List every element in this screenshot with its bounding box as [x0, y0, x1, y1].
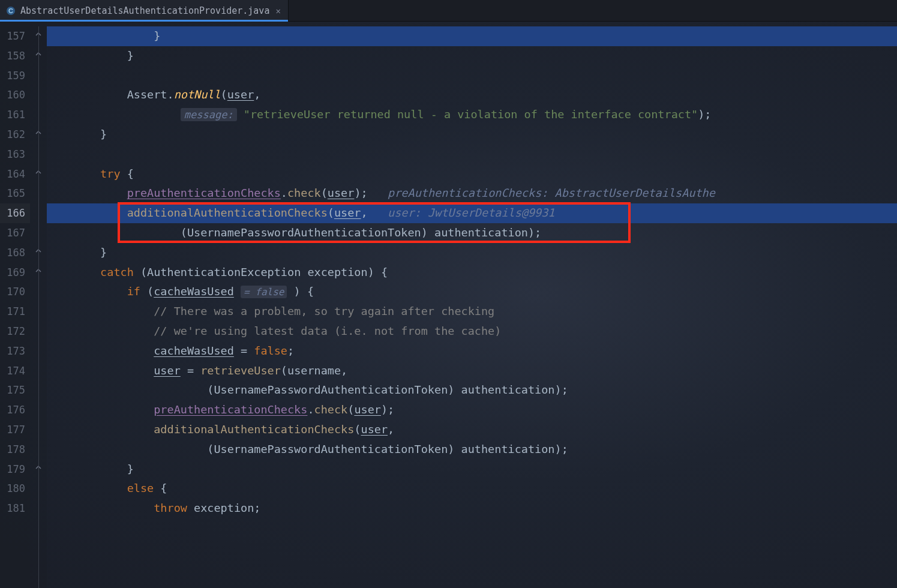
code-line[interactable]: if (cacheWasUsed = false ) { [47, 282, 897, 302]
execution-line[interactable]: additionalAuthenticationChecks(user, use… [47, 203, 897, 223]
code-line[interactable]: preAuthenticationChecks.check(user); pre… [47, 184, 897, 203]
line-number[interactable]: 169 [0, 263, 30, 283]
code-line[interactable]: try { [47, 164, 897, 184]
line-number[interactable]: 175 [0, 380, 30, 400]
editor-area[interactable]: 1571581591601611621631641651661671681691… [0, 22, 897, 588]
line-number[interactable]: 181 [0, 499, 30, 518]
editor-window: C AbstractUserDetailsAuthenticationProvi… [0, 0, 897, 588]
code-line[interactable]: message: "retrieveUser returned null - a… [47, 105, 897, 125]
line-number[interactable]: 180 [0, 479, 30, 499]
code-area[interactable]: } } Assert.notNull(user, message: "retri… [47, 22, 897, 588]
line-number[interactable]: 170 [0, 282, 30, 302]
line-number[interactable]: 158 [0, 46, 30, 66]
code-line[interactable]: } [47, 460, 897, 479]
line-number[interactable]: 168 [0, 243, 30, 263]
code-line[interactable]: cacheWasUsed = false; [47, 341, 897, 361]
code-line[interactable]: } [47, 243, 897, 263]
code-line[interactable]: } [47, 46, 897, 66]
tab-bar: C AbstractUserDetailsAuthenticationProvi… [0, 0, 897, 22]
code-line[interactable]: (UsernamePasswordAuthenticationToken) au… [47, 440, 897, 460]
line-number[interactable]: 174 [0, 361, 30, 381]
line-number[interactable]: 162 [0, 125, 30, 145]
code-line[interactable]: else { [47, 479, 897, 499]
code-line[interactable]: user = retrieveUser(username, [47, 361, 897, 381]
code-line[interactable]: } [47, 125, 897, 145]
close-icon[interactable]: ✕ [274, 6, 281, 16]
line-number[interactable]: 159 [0, 66, 30, 86]
debug-inlay: preAuthenticationChecks: AbstractUserDet… [388, 187, 715, 199]
fold-guide-line [38, 26, 39, 588]
line-number[interactable]: 172 [0, 322, 30, 341]
code-line[interactable]: } [47, 26, 897, 46]
code-line[interactable]: // we're using latest data (i.e. not fro… [47, 322, 897, 341]
code-line[interactable]: preAuthenticationChecks.check(user); [47, 400, 897, 420]
code-line[interactable]: Assert.notNull(user, [47, 85, 897, 105]
line-number[interactable]: 160 [0, 85, 30, 105]
line-number[interactable]: 171 [0, 302, 30, 322]
line-number[interactable]: 164 [0, 164, 30, 184]
line-number[interactable]: 173 [0, 341, 30, 361]
line-number[interactable]: 157 [0, 26, 30, 46]
code-line[interactable]: (UsernamePasswordAuthenticationToken) au… [47, 223, 897, 243]
svg-text:C: C [8, 7, 13, 14]
code-line[interactable]: throw exception; [47, 499, 897, 518]
line-number[interactable]: 167 [0, 223, 30, 243]
file-tab[interactable]: C AbstractUserDetailsAuthenticationProvi… [0, 0, 289, 21]
line-number-gutter[interactable]: 1571581591601611621631641651661671681691… [0, 22, 30, 588]
line-number[interactable]: 177 [0, 420, 30, 440]
line-number[interactable]: 161 [0, 105, 30, 125]
code-line[interactable]: // There was a problem, so try again aft… [47, 302, 897, 322]
code-line[interactable] [47, 66, 897, 86]
tab-filename: AbstractUserDetailsAuthenticationProvide… [20, 5, 269, 16]
code-line[interactable] [47, 145, 897, 164]
line-number[interactable]: 176 [0, 400, 30, 420]
line-number[interactable]: 163 [0, 145, 30, 164]
class-icon: C [6, 6, 16, 16]
code-line[interactable]: additionalAuthenticationChecks(user, [47, 420, 897, 440]
code-line[interactable]: (UsernamePasswordAuthenticationToken) au… [47, 380, 897, 400]
line-number[interactable]: 166 [0, 203, 30, 223]
fold-gutter[interactable] [30, 22, 47, 588]
parameter-hint: message: [181, 108, 237, 121]
code-line[interactable]: catch (AuthenticationException exception… [47, 263, 897, 283]
line-number[interactable]: 178 [0, 440, 30, 460]
debug-inlay: user: JwtUserDetails@9931 [388, 206, 554, 219]
line-number[interactable]: 165 [0, 184, 30, 203]
line-number[interactable]: 179 [0, 460, 30, 479]
debug-inlay: = false [241, 286, 287, 298]
